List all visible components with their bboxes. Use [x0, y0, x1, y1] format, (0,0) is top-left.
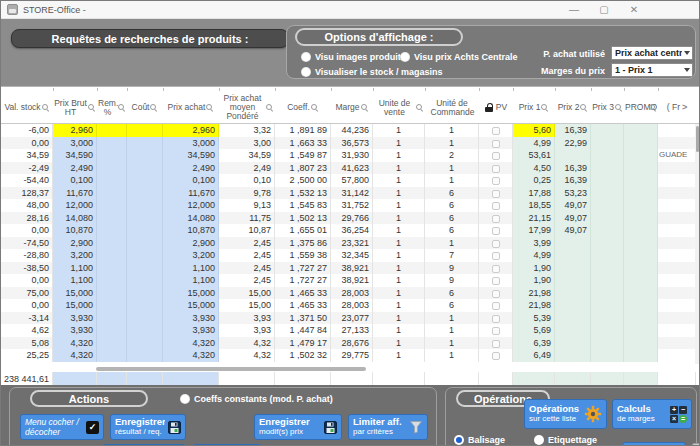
pv-checkbox[interactable]: [492, 127, 500, 135]
column-header[interactable]: Rem. %: [97, 92, 127, 123]
search-icon[interactable]: [150, 104, 158, 112]
save-result-button[interactable]: Enregistrer résultat / req.: [110, 414, 186, 440]
toggle-check-button[interactable]: Menu cocher / décocher: [20, 414, 104, 440]
radio-balisage[interactable]: Balisage: [454, 435, 505, 445]
checkbox-icon[interactable]: [301, 52, 311, 62]
horizontal-scrollbar[interactable]: [96, 367, 366, 371]
table-row[interactable]: 0,001,1001,1002,451 ,727 2738,921191,90: [1, 274, 700, 287]
search-icon[interactable]: [541, 104, 549, 112]
maximize-button[interactable]: ▢: [597, 1, 611, 19]
radio-selected-icon[interactable]: [454, 435, 464, 445]
price-source-select[interactable]: Prix achat centrale: [611, 46, 693, 60]
table-row[interactable]: 0,0010,87010,87010,871 ,655 0136,2541617…: [1, 224, 700, 237]
column-header-label: Unite de vente: [374, 99, 415, 117]
checkbox-icon[interactable]: [180, 394, 190, 404]
table-cell: [479, 174, 513, 187]
search-icon[interactable]: [361, 104, 369, 112]
search-icon[interactable]: [580, 104, 588, 112]
pv-checkbox[interactable]: [492, 240, 500, 248]
product-search-queries-button[interactable]: Requêtes de recherches de produits :: [11, 29, 289, 48]
column-header[interactable]: Val. stock: [1, 92, 53, 123]
vertical-scrollbar[interactable]: [695, 124, 700, 364]
table-cell: [479, 287, 513, 300]
pv-checkbox[interactable]: [492, 152, 500, 160]
table-row[interactable]: 28,1614,08014,08011,751 ,502 1329,766162…: [1, 212, 700, 225]
pv-checkbox[interactable]: [492, 165, 500, 173]
radio-etiquettage[interactable]: Etiquettage: [534, 435, 597, 445]
checkbox-icon[interactable]: [400, 52, 410, 62]
search-icon[interactable]: [42, 104, 50, 112]
cut-off-button[interactable]: [622, 442, 686, 446]
table-row[interactable]: 34,5934,59034,59034,591 ,549 8731,930125…: [1, 149, 700, 162]
search-icon[interactable]: [416, 104, 424, 112]
coeffs-constants-checkbox[interactable]: Coeffs constants (mod. P. achat): [180, 394, 333, 404]
pv-checkbox[interactable]: [492, 302, 500, 310]
column-header[interactable]: Prix achat: [163, 92, 219, 123]
column-header[interactable]: Prix Brut HT: [53, 92, 97, 123]
table-row[interactable]: 5,084,3204,3204,321 ,479 1728,676116,39: [1, 337, 700, 350]
column-header[interactable]: Marge: [331, 92, 373, 123]
column-header[interactable]: PROMO: [624, 92, 658, 123]
save-price-changes-button[interactable]: Enregistrer modif(s) prix: [254, 414, 342, 440]
search-icon[interactable]: [118, 104, 126, 112]
close-button[interactable]: ✕: [627, 1, 641, 19]
search-icon[interactable]: [615, 104, 623, 112]
column-header[interactable]: Coût: [127, 92, 163, 123]
column-header[interactable]: Unite de vente: [373, 92, 425, 123]
table-row[interactable]: 75,0015,00015,00015,001 ,465 3328,003162…: [1, 287, 700, 300]
checkbox-icon[interactable]: [301, 67, 311, 77]
column-header[interactable]: Unité de Commande: [425, 92, 479, 123]
margin-price-select[interactable]: 1 - Prix 1: [611, 63, 693, 77]
table-row[interactable]: -38,501,1001,1002,451 ,727 2738,921191,9…: [1, 262, 700, 275]
pv-checkbox[interactable]: [492, 352, 500, 360]
table-cell: [97, 287, 127, 300]
minimize-button[interactable]: —: [567, 1, 581, 19]
pv-checkbox[interactable]: [492, 277, 500, 285]
pv-checkbox[interactable]: [492, 265, 500, 273]
pv-checkbox[interactable]: [492, 215, 500, 223]
pv-checkbox[interactable]: [492, 340, 500, 348]
table-row[interactable]: 25,254,3204,3204,321 ,502 3229,775116,49: [1, 349, 700, 362]
table-row[interactable]: 0,0015,00015,00015,001 ,465 3328,0031621…: [1, 299, 700, 312]
column-header[interactable]: Prix 2: [555, 92, 591, 123]
search-icon[interactable]: [311, 104, 319, 112]
table-row[interactable]: -3,143,9303,9303,931 ,371 5023,077115,39: [1, 312, 700, 325]
column-header[interactable]: PV: [479, 92, 513, 123]
pv-checkbox[interactable]: [492, 140, 500, 148]
column-header[interactable]: Prix achat moyen Pondéré: [219, 92, 275, 123]
table-row[interactable]: -6,002,9602,9603,321 ,891 8944,236115,60…: [1, 124, 700, 137]
column-header[interactable]: Prix 1: [513, 92, 555, 123]
search-icon[interactable]: [206, 104, 214, 112]
pv-checkbox[interactable]: [492, 252, 500, 260]
pv-checkbox[interactable]: [492, 190, 500, 198]
table-row[interactable]: 4,623,9303,9303,931 ,447 8427,133115,69: [1, 324, 700, 337]
column-header[interactable]: ( Fr>: [658, 92, 696, 123]
pv-checkbox[interactable]: [492, 177, 500, 185]
checkbox-visu-images[interactable]: Visu images produit: [301, 52, 401, 62]
pv-checkbox[interactable]: [492, 327, 500, 335]
pv-checkbox[interactable]: [492, 315, 500, 323]
next-columns-icon[interactable]: >: [682, 103, 687, 112]
checkbox-visu-prix-centrale[interactable]: Visu prix Achts Centrale: [400, 52, 518, 62]
table-row[interactable]: 0,003,0003,0003,001 ,663 3336,573114,992…: [1, 137, 700, 150]
checkbox-visualiser-stock[interactable]: Visualiser le stock / magasins: [301, 67, 442, 77]
radio-icon[interactable]: [534, 435, 544, 445]
list-operations-button[interactable]: Opérations sur cette liste: [524, 399, 607, 429]
pv-checkbox[interactable]: [492, 227, 500, 235]
search-icon[interactable]: [649, 104, 657, 112]
table-row[interactable]: 128,3711,67011,6709,781 ,532 1331,142161…: [1, 187, 700, 200]
table-row[interactable]: -28,803,2003,2002,451 ,559 3832,345174,9…: [1, 249, 700, 262]
table-row[interactable]: 48,0012,00012,0009,131 ,545 8331,7521618…: [1, 199, 700, 212]
margin-calculations-button[interactable]: Calculs de marges +−×=: [612, 399, 692, 429]
column-header[interactable]: Coeff.: [275, 92, 331, 123]
pv-checkbox[interactable]: [492, 290, 500, 298]
scrollbar-thumb[interactable]: [696, 126, 699, 152]
search-icon[interactable]: [88, 104, 96, 112]
limit-display-button[interactable]: Limiter aff. par critères: [348, 414, 428, 440]
table-row[interactable]: -2,492,4902,4902,491 ,807 2341,623114,50…: [1, 162, 700, 175]
table-row[interactable]: -74,502,9002,9002,451 ,375 8623,321113,9…: [1, 237, 700, 250]
pv-checkbox[interactable]: [492, 202, 500, 210]
column-header[interactable]: Prix 3: [591, 92, 624, 123]
search-icon[interactable]: [266, 104, 274, 112]
table-row[interactable]: -54,400,1000,1000,102 ,500 0057,800110,2…: [1, 174, 700, 187]
